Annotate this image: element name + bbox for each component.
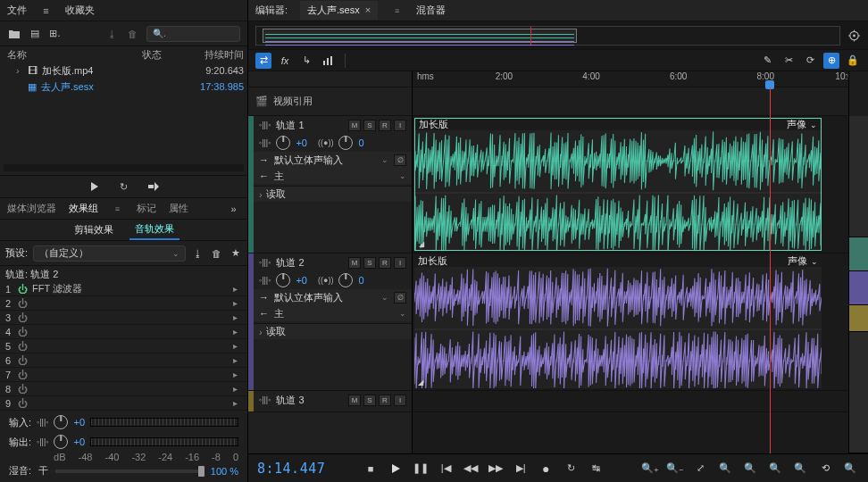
power-icon[interactable]: ⏻ — [18, 341, 32, 352]
tab-props[interactable]: 属性 — [169, 202, 188, 215]
fx-slot[interactable]: 4 ⏻ ▸ — [0, 325, 247, 339]
zoom-v-in-icon[interactable]: 🔍 — [766, 460, 784, 478]
power-icon[interactable]: ⏻ — [18, 398, 32, 409]
file-row[interactable]: › 🎞 加长版.mp4 9:20.643 — [0, 62, 247, 79]
track-r-button[interactable]: R — [379, 120, 391, 131]
fx-slot[interactable]: 1 ⏻ FFT 滤波器 ▸ — [0, 282, 247, 296]
zoom-fit-icon[interactable]: ⤢ — [691, 460, 709, 478]
panel-menu-icon[interactable]: ≡ — [111, 202, 124, 215]
chevron-right-icon[interactable]: ▸ — [233, 298, 242, 308]
track-name[interactable]: 轨道 3 — [276, 394, 304, 407]
fx-slot[interactable]: 2 ⏻ ▸ — [0, 296, 247, 311]
playhead[interactable] — [770, 87, 771, 453]
tool-send-icon[interactable]: ↳ — [298, 53, 314, 69]
forward-button[interactable]: ▶▶ — [487, 460, 505, 478]
track-lane[interactable] — [413, 391, 848, 412]
phase-button[interactable]: ∅ — [394, 154, 406, 166]
rewind-button[interactable]: ◀◀ — [462, 460, 480, 478]
power-icon[interactable]: ⏻ — [18, 298, 32, 309]
tool-snap-icon[interactable]: ⇄ — [255, 53, 271, 69]
track-m-button[interactable]: M — [348, 120, 361, 131]
track-i-button[interactable]: I — [394, 395, 406, 406]
track-s-button[interactable]: S — [363, 120, 376, 131]
audio-clip[interactable]: 加长版 声像⌄ ◢ — [414, 255, 822, 388]
menu-icon[interactable]: ≡ — [39, 4, 53, 17]
overview-strip[interactable] — [255, 26, 840, 46]
delete-preset-icon[interactable]: 🗑 — [210, 246, 223, 260]
subtab-trackfx[interactable]: 音轨效果 — [129, 220, 179, 240]
trash-icon[interactable]: 🗑 — [126, 27, 139, 40]
track-s-button[interactable]: S — [363, 395, 376, 406]
chevron-right-icon[interactable]: ▸ — [233, 355, 242, 365]
mixer-tab[interactable]: 混音器 — [416, 4, 446, 17]
mix-value[interactable]: 100 % — [211, 466, 238, 477]
vol-knob[interactable] — [276, 136, 290, 150]
vol-value[interactable]: +0 — [296, 275, 307, 286]
track-i-button[interactable]: I — [394, 257, 406, 269]
pan-value[interactable]: 0 — [358, 275, 363, 286]
pan-value[interactable]: 0 — [358, 137, 363, 148]
new-file-icon[interactable]: ▤ — [28, 27, 41, 40]
chevron-right-icon[interactable]: ▸ — [233, 327, 242, 337]
track-output[interactable]: 主 — [274, 307, 394, 320]
track-r-button[interactable]: R — [379, 395, 391, 406]
track-input[interactable]: 默认立体声输入 — [274, 154, 376, 167]
zoom-sel-icon[interactable]: 🔍 — [716, 460, 734, 478]
chevron-right-icon[interactable]: ▸ — [233, 341, 242, 351]
fx-slot[interactable]: 5 ⏻ ▸ — [0, 339, 247, 353]
zoom-track-icon[interactable]: 🔍 — [841, 460, 859, 478]
auto-play-icon[interactable] — [146, 180, 160, 194]
skip-sel-button[interactable]: ↹ — [587, 460, 605, 478]
zoom-in-icon[interactable]: 🔍₊ — [641, 460, 659, 478]
tool-lock-icon[interactable]: 🔒 — [845, 53, 861, 69]
chevron-down-icon[interactable]: ⌄ — [811, 257, 818, 266]
chevron-right-icon[interactable]: › — [259, 189, 263, 200]
automation-mode[interactable]: 读取 — [266, 325, 286, 338]
record-button[interactable]: ● — [537, 460, 555, 478]
zoom-v-out-icon[interactable]: 🔍 — [791, 460, 809, 478]
chevron-down-icon[interactable]: ⌄ — [381, 155, 388, 164]
play-button[interactable] — [387, 460, 405, 478]
close-icon[interactable]: × — [365, 4, 371, 15]
tool-ripple-icon[interactable]: ⟳ — [802, 53, 818, 69]
fx-slot[interactable]: 7 ⏻ ▸ — [0, 368, 247, 382]
track-lane[interactable]: 加长版 声像⌄ ◢ — [413, 116, 848, 253]
power-icon[interactable]: ⏻ — [18, 355, 32, 366]
track-lane[interactable]: 加长版 声像⌄ ◢ — [413, 253, 848, 391]
track-r-button[interactable]: R — [379, 257, 391, 269]
zoom-reset-icon[interactable]: ⟲ — [816, 460, 834, 478]
view-settings-icon[interactable] — [847, 29, 861, 42]
track-name[interactable]: 轨道 1 — [276, 119, 304, 132]
power-icon[interactable]: ⏻ — [18, 370, 32, 380]
power-icon[interactable]: ⏻ — [18, 384, 32, 395]
tab-media[interactable]: 媒体浏览器 — [7, 202, 56, 215]
loop-icon[interactable]: ↻ — [117, 180, 130, 194]
vol-knob[interactable] — [276, 273, 290, 287]
chevron-right-icon[interactable]: ▸ — [233, 312, 242, 322]
power-icon[interactable]: ⏻ — [18, 312, 32, 323]
track-s-button[interactable]: S — [363, 257, 376, 269]
fx-slot[interactable]: 6 ⏻ ▸ — [0, 353, 247, 368]
tool-envelope-icon[interactable]: ✂ — [780, 53, 797, 69]
col-name[interactable]: 名称 — [4, 48, 142, 62]
fx-slot[interactable]: 3 ⏻ ▸ — [0, 311, 247, 325]
chevron-right-icon[interactable]: ▸ — [233, 398, 242, 408]
automation-mode[interactable]: 读取 — [266, 187, 286, 201]
chevron-right-icon[interactable]: › — [259, 327, 263, 337]
track-input[interactable]: 默认立体声输入 — [274, 291, 376, 304]
chevron-down-icon[interactable]: ⌄ — [399, 171, 406, 180]
chevron-right-icon[interactable]: › — [16, 65, 23, 76]
tool-eq-icon[interactable] — [320, 53, 336, 69]
file-search-input[interactable] — [169, 29, 234, 39]
open-folder-icon[interactable] — [7, 27, 21, 40]
track-m-button[interactable]: M — [348, 257, 361, 269]
output-gain-val[interactable]: +0 — [73, 436, 85, 447]
fx-slot[interactable]: 8 ⏻ ▸ — [0, 382, 247, 396]
tool-nudge-icon[interactable]: ⊕ — [823, 53, 839, 69]
chevron-down-icon[interactable]: ⌄ — [399, 309, 406, 318]
go-start-button[interactable]: |◀ — [437, 460, 455, 478]
import-icon[interactable]: ⭳ — [105, 27, 119, 40]
editor-file-tab[interactable]: 去人声.sesx× — [300, 1, 378, 20]
editor-menu-icon[interactable]: ≡ — [390, 4, 404, 17]
tool-fx-icon[interactable]: fx — [277, 53, 293, 69]
